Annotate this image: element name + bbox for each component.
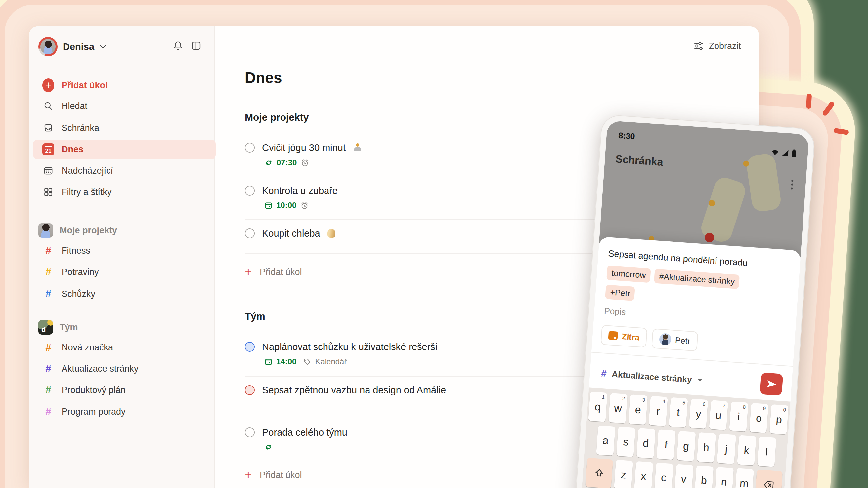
key-d[interactable]: d [636,428,655,458]
sidebar-item-today[interactable]: 21 Dnes [33,139,216,159]
add-task-inline-button[interactable]: + Přidat úkol [245,265,302,280]
assignee-button[interactable]: Petr [651,328,698,351]
calendar-icon [608,331,618,340]
project-token[interactable]: #Aktualizace stránky [654,269,740,289]
send-button[interactable] [760,372,783,396]
task-row: Cvičit jógu 30 minut [245,140,362,155]
key-e[interactable]: 3e [628,394,648,425]
label-tag-icon [303,358,311,366]
token-row: +Petr [605,285,635,301]
key-r[interactable]: 4r [649,396,668,426]
quick-add-sheet: Sepsat agendu na pondělní poradu tomorro… [575,236,801,488]
key-x[interactable]: x [634,461,653,488]
battery-icon [791,149,797,157]
chevron-down-icon [99,45,106,49]
key-b[interactable]: b [694,465,714,488]
key-c[interactable]: c [654,462,673,488]
task-checkbox[interactable] [245,186,255,196]
date-calendar-icon [265,202,272,209]
search-icon [42,100,54,112]
assignee-token[interactable]: +Petr [605,285,635,301]
section-my-projects[interactable]: Moje projekty [38,220,117,241]
sidebar-project-groceries[interactable]: # Potraviny [42,262,99,283]
key-o[interactable]: 9o [749,403,769,433]
key-i[interactable]: 8i [729,401,748,431]
project-selector[interactable]: # Aktualizace stránky [600,364,703,389]
key-g[interactable]: g [677,431,696,461]
hash-icon: # [42,245,54,257]
task-checkbox[interactable] [245,228,255,238]
due-date-button[interactable]: Zítra [600,325,647,348]
sidebar-item-inbox[interactable]: Schránka [42,118,99,138]
key-m[interactable]: m [735,468,754,488]
send-icon [765,378,778,390]
shift-key[interactable] [585,458,613,488]
phone-frame: 8:30 Schránka Sepsat agendu na pondělní … [569,114,815,488]
sidebar-item-filters-labels[interactable]: Filtry a štítky [42,182,112,203]
backspace-icon [763,480,774,488]
task-row: Porada celého týmu [245,425,347,440]
key-n[interactable]: n [714,467,734,488]
phone-mockup: 8:30 Schránka Sepsat agendu na pondělní … [569,114,815,488]
task-checkbox-priority-blue[interactable] [245,342,255,352]
wifi-icon [771,149,779,156]
key-f[interactable]: f [656,429,676,460]
marketing-canvas: Denisa + Přidat úkol Hledat Schránka 21 [0,0,868,488]
today-calendar-icon: 21 [42,143,54,155]
add-task-inline-button[interactable]: + Přidat úkol [245,468,302,482]
key-l[interactable]: l [757,436,776,466]
key-k[interactable]: k [737,435,756,465]
description-placeholder[interactable]: Popis [604,306,626,317]
sidebar-toggle-icon[interactable] [190,40,202,51]
sidebar-project-fitness[interactable]: # Fitness [42,240,90,261]
key-t[interactable]: 5t [669,397,688,427]
key-w[interactable]: 2w [608,393,627,423]
sidebar-project-meetings[interactable]: # Schůzky [42,283,95,304]
page-title: Dnes [245,69,282,87]
date-token[interactable]: tomorrow [606,265,651,283]
sidebar-item-search[interactable]: Hledat [42,96,87,117]
shift-icon [594,468,604,479]
hash-icon: # [42,266,54,278]
task-checkbox[interactable] [245,143,255,153]
hash-icon: # [42,384,54,396]
sidebar-project-new-brand[interactable]: # Nová značka [42,337,113,358]
task-row: Sepsat zpětnou vazbu na design od Amálie [245,383,446,397]
keyboard: 1q2w3e4r5t6y7u8i9o0p asdfghjkl zxcvbnm [575,388,790,488]
key-y[interactable]: 6y [689,399,708,429]
key-z[interactable]: z [614,460,633,488]
recurring-icon [265,443,273,451]
task-checkbox[interactable] [245,427,255,437]
sidebar-project-meeting-agenda[interactable]: # Program porady [42,401,126,422]
sidebar-project-product-plan[interactable]: # Produktový plán [42,380,126,401]
decor-dash-1 [806,94,812,109]
signal-icon [781,149,789,157]
section-header-my-projects: Moje projekty [245,112,309,123]
account-menu[interactable]: Denisa [38,37,106,56]
recurring-icon [265,159,273,167]
key-u[interactable]: 7u [709,400,728,430]
sidebar-item-upcoming[interactable]: Nadcházející [42,160,113,181]
key-a[interactable]: a [596,425,615,455]
token-row: tomorrow #Aktualizace stránky [606,265,740,289]
key-j[interactable]: j [717,434,736,464]
backspace-key[interactable] [754,469,782,488]
notifications-bell-icon[interactable] [173,40,183,51]
task-title-input[interactable]: Sepsat agendu na pondělní poradu [608,248,748,268]
section-team[interactable]: d Tým [38,317,78,338]
phone-screen: 8:30 Schránka Sepsat agendu na pondělní … [575,120,809,488]
task-row: Koupit chleba [245,226,335,241]
key-p[interactable]: 0p [769,404,788,434]
task-row: Naplánovat schůzku k uživatelské rešerši [245,339,437,354]
sidebar-project-site-update[interactable]: # Aktualizace stránky [42,358,138,379]
avatar [38,37,58,56]
reminder-alarm-icon [301,159,309,167]
key-q[interactable]: 1q [588,392,607,422]
add-task-button[interactable]: + Přidat úkol [42,75,108,96]
key-s[interactable]: s [616,427,636,457]
key-h[interactable]: h [696,432,716,462]
sidebar: Denisa + Přidat úkol Hledat Schránka 21 [29,27,215,488]
key-v[interactable]: v [674,464,693,488]
view-options-button[interactable]: Zobrazit [693,38,741,54]
task-checkbox-priority-red[interactable] [245,385,255,395]
